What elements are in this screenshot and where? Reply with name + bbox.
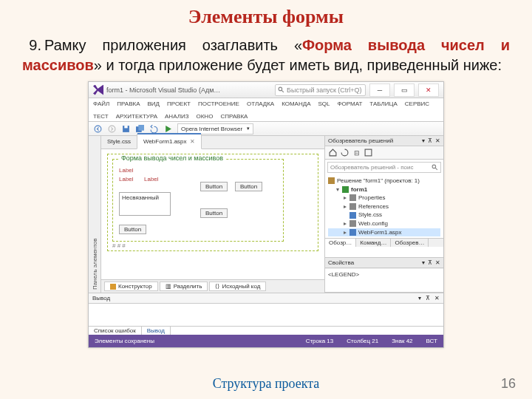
main-area: Панель элементов Style.css WebForm1.aspx…: [89, 136, 443, 293]
menu-project[interactable]: ПРОЕКТ: [167, 100, 191, 107]
nav-back-icon[interactable]: [93, 124, 103, 134]
page-number: 16: [501, 376, 516, 392]
minimize-button[interactable]: ─: [369, 83, 390, 97]
legend[interactable]: Форма вывода чисел и массивов: [119, 154, 225, 162]
menu-debug[interactable]: ОТЛАДКА: [247, 100, 274, 107]
save-icon[interactable]: [121, 124, 131, 134]
list-number: 9.: [22, 35, 41, 55]
save-all-icon[interactable]: [135, 124, 145, 134]
tree-references[interactable]: ▸References: [328, 202, 440, 211]
status-col: Столбец 21: [347, 338, 378, 344]
label-1[interactable]: Label: [119, 167, 134, 174]
pin-icon[interactable]: ⊼: [426, 295, 430, 301]
menu-tools[interactable]: СЕРВИС: [405, 100, 429, 107]
tree-webform[interactable]: ▸WebForm1.aspx: [328, 228, 440, 237]
menu-test[interactable]: ТЕСТ: [93, 113, 109, 120]
right-panels: Обозреватель решений ▾⊼✕ ⊟ Обозреватель …: [325, 136, 443, 293]
nav-fwd-icon[interactable]: [107, 124, 117, 134]
menu-arch[interactable]: АРХИТЕКТУРА: [116, 113, 157, 120]
home-icon[interactable]: [328, 148, 338, 157]
properties-icon[interactable]: [364, 148, 373, 157]
tab-error-list[interactable]: Список ошибок: [89, 327, 142, 335]
panel-title: Вывод: [92, 295, 110, 301]
undo-icon[interactable]: [149, 124, 159, 134]
svg-line-10: [435, 168, 437, 170]
collapse-icon[interactable]: ⊟: [352, 148, 361, 157]
view-source[interactable]: ⟨⟩Исходный код: [209, 282, 266, 291]
status-ins: ВСТ: [426, 338, 437, 344]
expand-icon[interactable]: ▸: [343, 228, 347, 237]
chevron-down-icon[interactable]: ▾: [422, 259, 425, 266]
expand-icon[interactable]: ▾: [335, 185, 340, 194]
close-icon[interactable]: ✕: [435, 259, 440, 266]
config-file-icon: [349, 220, 356, 227]
menu-analyze[interactable]: АНАЛИЗ: [165, 113, 188, 120]
search-icon: [432, 164, 438, 171]
menu-help[interactable]: СПРАВКА: [220, 113, 248, 120]
pin-icon[interactable]: ⊼: [428, 137, 432, 144]
designer-view-tabs: Конструктор ▥Разделить ⟨⟩Исходный код: [101, 279, 324, 293]
rtab-browser[interactable]: Обозрев…: [391, 239, 429, 247]
vs-logo-icon: [93, 85, 103, 95]
status-line: Строка 13: [306, 338, 334, 344]
label-2[interactable]: Label: [119, 176, 134, 183]
close-button[interactable]: ✕: [418, 83, 439, 97]
menu-view[interactable]: ВИД: [147, 100, 160, 107]
quick-launch-input[interactable]: Быстрый запуск (Ctrl+Q): [275, 84, 366, 96]
expand-icon[interactable]: ▸: [343, 194, 347, 202]
chevron-down-icon[interactable]: ▾: [422, 137, 425, 144]
menu-window[interactable]: ОКНО: [196, 113, 213, 120]
tree-solution[interactable]: Решение "form1" (проектов: 1): [328, 177, 440, 185]
close-icon[interactable]: ✕: [190, 138, 195, 145]
output-pane: Вывод▾⊼✕ Список ошибок Вывод: [89, 293, 443, 335]
close-icon[interactable]: ✕: [435, 137, 440, 144]
view-design[interactable]: Конструктор: [104, 282, 158, 291]
menu-build[interactable]: ПОСТРОЕНИЕ: [198, 100, 239, 107]
menu-file[interactable]: ФАЙЛ: [93, 100, 109, 107]
properties-header: Свойства▾⊼✕: [325, 258, 443, 268]
tab-stylecss[interactable]: Style.css: [101, 134, 137, 149]
run-icon[interactable]: [163, 124, 173, 134]
expand-icon[interactable]: ▸: [343, 219, 347, 228]
toolbox-panel[interactable]: Панель элементов: [89, 136, 101, 293]
tab-label: WebForm1.aspx: [143, 138, 187, 145]
refresh-icon[interactable]: [340, 148, 349, 157]
button-1[interactable]: Button: [200, 182, 228, 191]
tree-webconfig[interactable]: ▸Web.config: [328, 219, 440, 228]
tree-project[interactable]: ▾form1: [328, 185, 440, 194]
project-icon: [342, 186, 349, 193]
textbox[interactable]: Несвязанный: [119, 192, 171, 216]
tab-webform[interactable]: WebForm1.aspx✕: [137, 134, 202, 149]
hash-markers: # # #: [112, 242, 126, 249]
body-before: Рамку приложения озаглавить «: [44, 37, 302, 53]
menu-team[interactable]: КОМАНДА: [282, 100, 310, 107]
pin-icon[interactable]: ⊼: [428, 259, 432, 266]
rtab-explorer[interactable]: Обозр…: [325, 239, 356, 247]
designer-surface[interactable]: Форма вывода чисел и массивов Label Labe…: [101, 149, 324, 279]
maximize-button[interactable]: ▭: [394, 83, 415, 97]
menu-edit[interactable]: ПРАВКА: [117, 100, 140, 107]
menu-table[interactable]: ТАБЛИЦА: [369, 100, 397, 107]
view-split[interactable]: ▥Разделить: [160, 282, 208, 291]
solution-search[interactable]: Обозреватель решений - поис: [327, 162, 441, 173]
tree-properties[interactable]: ▸Properties: [328, 194, 440, 202]
chevron-down-icon[interactable]: ▾: [418, 295, 421, 301]
menu-format[interactable]: ФОРМАТ: [338, 100, 363, 107]
close-icon[interactable]: ✕: [434, 295, 440, 301]
button-4[interactable]: Button: [119, 225, 146, 234]
svg-point-0: [279, 87, 282, 91]
solution-tree: Решение "form1" (проектов: 1) ▾form1 ▸Pr…: [325, 175, 443, 238]
button-2[interactable]: Button: [235, 182, 262, 191]
button-3[interactable]: Button: [200, 208, 228, 218]
tree-label: Решение "form1" (проектов: 1): [337, 177, 420, 185]
rtab-team[interactable]: Команд…: [356, 239, 391, 247]
page-outline: Форма вывода чисел и массивов Label Labe…: [107, 154, 318, 251]
menu-sql[interactable]: SQL: [318, 100, 330, 107]
tree-stylecss[interactable]: Style.css: [328, 211, 440, 219]
label-3[interactable]: Label: [144, 176, 159, 183]
tab-output[interactable]: Вывод: [142, 327, 171, 335]
panel-title: Свойства: [328, 259, 354, 266]
output-body[interactable]: [89, 304, 443, 326]
expand-icon[interactable]: ▸: [343, 202, 347, 211]
fieldset[interactable]: Форма вывода чисел и массивов Label Labe…: [112, 159, 284, 242]
